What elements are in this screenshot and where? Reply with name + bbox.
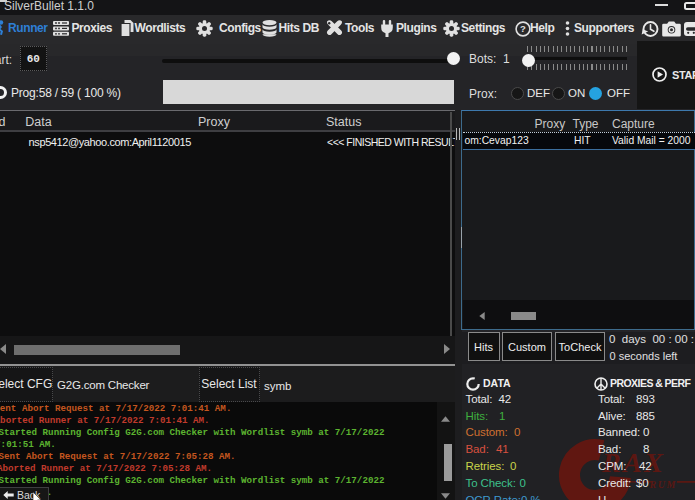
svg-text:RUM: RUM [649, 479, 677, 490]
svg-text:?: ? [520, 23, 526, 34]
